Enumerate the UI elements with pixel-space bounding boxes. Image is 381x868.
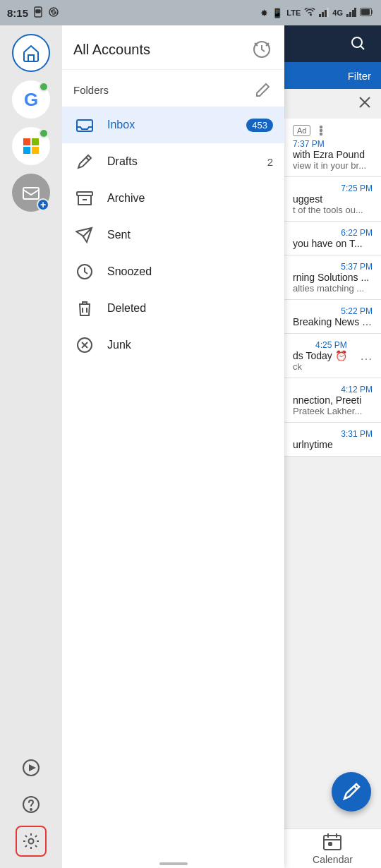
help-button[interactable]	[16, 789, 47, 820]
svg-rect-1	[36, 10, 40, 13]
google-logo: G	[24, 89, 38, 111]
calendar-icon	[322, 832, 342, 852]
svg-rect-33	[329, 843, 332, 845]
icon-rail-top: G +	[12, 34, 50, 752]
4g-label: 4G	[332, 8, 343, 17]
drawer-title: All Accounts	[73, 42, 150, 58]
ad-badge-area: Ad	[293, 124, 327, 137]
filter-bar[interactable]: Filter	[284, 62, 381, 89]
signal2-icon	[346, 7, 356, 19]
svg-rect-7	[346, 14, 349, 17]
email-sender: urlnytime	[293, 439, 373, 450]
email-sender: uggest	[293, 193, 373, 205]
folder-item-deleted[interactable]: Deleted	[62, 290, 284, 327]
edit-folders-button[interactable]	[253, 80, 273, 100]
settings-button[interactable]	[16, 826, 47, 857]
email-item[interactable]: 4:12 PM nnection, Preeti Prateek Lakher.…	[284, 378, 381, 423]
calendar-bar[interactable]: Calendar	[284, 828, 381, 868]
home-account-button[interactable]	[12, 34, 50, 72]
folders-header: Folders	[62, 80, 284, 107]
svg-point-2	[49, 8, 58, 16]
status-bar: 8:15 ✸ 📳 LTE	[0, 0, 381, 25]
svg-point-21	[30, 809, 32, 810]
svg-rect-10	[354, 8, 356, 17]
email-item[interactable]: Ad 7:37 PM with Ezra Pound view it in yo…	[284, 119, 381, 177]
sync-icon	[48, 6, 59, 20]
email-item[interactable]: 4:25 PM ds Today ⏰ ck …	[284, 334, 381, 378]
junk-icon	[73, 334, 96, 356]
close-button[interactable]	[357, 95, 373, 113]
inbox-label: Inbox	[107, 119, 246, 131]
email-ad-header: Ad	[293, 124, 373, 137]
svg-marker-19	[29, 764, 36, 771]
drawer-panel: All Accounts Folders	[62, 25, 284, 868]
folders-section: Folders Inbox 453	[62, 70, 284, 857]
icon-rail-bottom	[16, 752, 47, 868]
inbox-icon	[73, 114, 96, 136]
email-close-bar	[284, 89, 381, 119]
main-layout: G +	[0, 25, 381, 868]
archive-label: Archive	[107, 192, 273, 205]
compose-fab-button[interactable]	[332, 772, 371, 812]
svg-rect-13	[23, 138, 30, 145]
ad-label: Ad	[293, 125, 310, 136]
more-options-icon[interactable]	[315, 124, 327, 137]
vibrate-icon: 📳	[272, 8, 283, 18]
drawer-header: All Accounts	[62, 25, 284, 70]
play-button[interactable]	[16, 752, 47, 783]
add-account-button[interactable]: +	[12, 174, 50, 212]
email-sender: Breaking News e...	[293, 316, 373, 327]
folder-item-sent[interactable]: Sent	[62, 217, 284, 253]
inbox-badge: 453	[246, 119, 273, 132]
folder-item-junk[interactable]: Junk	[62, 327, 284, 363]
email-sender: ds Today ⏰	[293, 350, 347, 361]
google-account-button[interactable]: G	[12, 80, 50, 119]
icon-rail: G +	[0, 25, 62, 868]
email-item[interactable]: 6:22 PM you have on T...	[284, 222, 381, 255]
email-sender: with Ezra Pound	[293, 149, 373, 160]
ms-account-badge	[39, 128, 49, 138]
email-snippet: view it in your br...	[293, 160, 373, 171]
drafts-label: Drafts	[107, 155, 267, 168]
lte-label: LTE	[286, 8, 301, 17]
add-badge: +	[37, 198, 49, 211]
signal1-icon	[319, 7, 329, 19]
calendar-nav-item[interactable]: Calendar	[313, 832, 353, 865]
microsoft-account-button[interactable]	[12, 127, 50, 165]
svg-rect-3	[319, 14, 321, 17]
svg-point-31	[320, 133, 322, 135]
ms-office-icon	[22, 137, 40, 155]
email-snippet: t of the tools ou...	[293, 205, 373, 215]
scroll-indicator	[159, 862, 188, 865]
email-time: 7:37 PM	[293, 138, 373, 149]
folder-item-inbox[interactable]: Inbox 453	[62, 107, 284, 143]
email-sender: rning Solutions ...	[293, 272, 373, 283]
email-item[interactable]: 3:31 PM urlnytime	[284, 423, 381, 457]
email-time: 4:12 PM	[293, 384, 373, 394]
svg-rect-16	[32, 147, 39, 154]
schedule-icon-button[interactable]	[250, 38, 273, 61]
email-time: 3:31 PM	[293, 428, 373, 439]
email-time: 5:37 PM	[293, 261, 373, 272]
folder-item-archive[interactable]: Archive	[62, 180, 284, 217]
search-button[interactable]	[346, 31, 371, 56]
email-item[interactable]: 7:25 PM uggest t of the tools ou...	[284, 177, 381, 222]
email-item[interactable]: 5:22 PM Breaking News e...	[284, 300, 381, 334]
status-bar-left: 8:15	[7, 6, 59, 20]
sim-icon	[32, 6, 44, 20]
email-item[interactable]: 5:37 PM rning Solutions ... alties match…	[284, 255, 381, 300]
email-more-icon: …	[360, 349, 373, 363]
svg-rect-32	[324, 836, 341, 850]
svg-rect-12	[361, 9, 370, 15]
junk-label: Junk	[107, 339, 273, 351]
content-area: Filter Ad	[284, 25, 381, 868]
email-sender: you have on T...	[293, 238, 373, 249]
drafts-count: 2	[267, 156, 273, 168]
deleted-label: Deleted	[107, 302, 273, 315]
snoozed-label: Snoozed	[107, 265, 273, 278]
sent-label: Sent	[107, 229, 273, 241]
sent-icon	[73, 224, 96, 246]
svg-rect-15	[23, 147, 30, 154]
folder-item-snoozed[interactable]: Snoozed	[62, 253, 284, 290]
folder-item-drafts[interactable]: Drafts 2	[62, 143, 284, 180]
